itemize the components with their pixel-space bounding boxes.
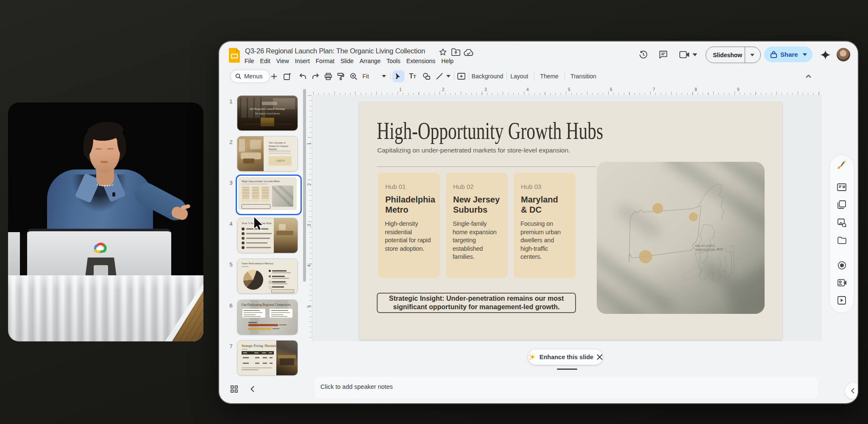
svg-text:MID-ATLANTIC: MID-ATLANTIC — [695, 244, 715, 247]
svg-text:WASHINGTON: WASHINGTON — [695, 248, 715, 251]
svg-text:D.C.: D.C. — [717, 247, 723, 251]
